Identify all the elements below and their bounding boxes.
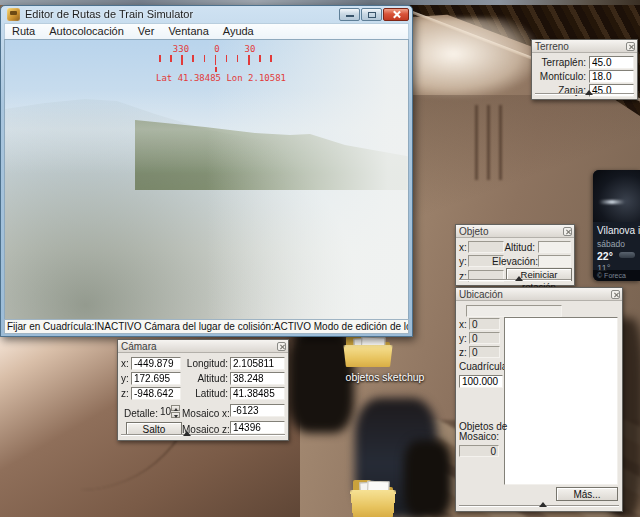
camara-title-text: Cámara (121, 341, 157, 352)
latitud-field[interactable] (230, 387, 285, 400)
cuadricula-field[interactable] (459, 375, 503, 388)
mosaico-label: Mosaico: (459, 431, 499, 442)
weather-gadget[interactable]: Vilanova i sábado 22° 11° © Foreca (593, 170, 640, 281)
panel-close-icon[interactable] (611, 290, 620, 299)
objeto-panel: Objeto x: y: z: Altitud: Elevación: Rein… (455, 224, 575, 286)
editor-window: Editor de Rutas de Train Simulator Ruta … (0, 5, 413, 337)
panel-resize-handle[interactable] (121, 434, 285, 439)
3d-viewport[interactable]: 330 0 30 Lat 41.38485 Lon 2.10581 (4, 39, 409, 320)
maximize-icon (368, 12, 376, 18)
gadget-day: sábado (597, 239, 625, 249)
latitud-label: Latitud: (182, 388, 228, 399)
camara-y-field[interactable] (131, 372, 181, 385)
close-button[interactable] (383, 8, 409, 21)
longitud-label: Longitud: (182, 358, 228, 369)
panel-resize-handle[interactable] (459, 279, 571, 284)
folder-icon-objetos-sketchup[interactable] (346, 336, 390, 367)
ubicacion-name-field[interactable] (466, 305, 562, 317)
mosaico-objects-listbox[interactable] (504, 317, 618, 485)
compass-label-330: 330 (173, 44, 189, 54)
menu-ruta[interactable]: Ruta (5, 24, 42, 39)
caption-buttons (339, 8, 409, 21)
titlebar[interactable]: Editor de Rutas de Train Simulator (1, 6, 412, 23)
panel-resize-handle[interactable] (459, 505, 619, 510)
monticulo-label: Montículo: (534, 71, 586, 82)
terraplen-field[interactable] (589, 56, 634, 69)
person-shoe (404, 440, 452, 517)
latlon-readout: Lat 41.38485 Lon 2.10581 (156, 73, 286, 83)
mosaico-x-field[interactable] (230, 404, 285, 417)
resize-triangle-icon (515, 276, 523, 281)
elevacion-label: Elevación: (492, 256, 535, 267)
panel-close-icon[interactable] (626, 42, 635, 51)
minimize-button[interactable] (339, 8, 360, 21)
longitud-field[interactable] (230, 357, 285, 370)
objeto-y-label: y: (459, 256, 467, 267)
elevacion-field[interactable] (538, 255, 571, 267)
panel-close-icon[interactable] (563, 227, 572, 236)
objetos-count-field: 0 (459, 445, 499, 457)
camara-x-label: x: (121, 358, 129, 369)
detalle-label: Detalle: (124, 408, 158, 419)
gadget-city: Vilanova i (597, 225, 640, 236)
objeto-title-text: Objeto (459, 226, 488, 237)
panel-resize-handle[interactable] (535, 93, 634, 98)
terraplen-label: Terraplén: (534, 57, 586, 68)
camara-z-field[interactable] (131, 387, 181, 400)
detalle-spinner[interactable] (171, 405, 180, 418)
compass-ticks (159, 55, 272, 65)
resize-triangle-icon (585, 90, 593, 95)
altitud-field[interactable] (538, 241, 571, 253)
camara-panel: Cámara x: y: z: Longitud: Altitud: Latit… (117, 339, 289, 441)
weather-cloud-icon (619, 252, 635, 258)
camara-panel-title[interactable]: Cámara (118, 340, 288, 353)
ubicacion-z-field[interactable]: 0 (469, 346, 500, 358)
menu-autocolocacion[interactable]: Autocolocación (42, 24, 131, 39)
detalle-value: 10 (160, 406, 171, 417)
terreno-panel: Terreno Terraplén: Montículo: Zanja: (531, 39, 638, 100)
camara-y-label: y: (121, 373, 129, 384)
ubicacion-x-label: x: (459, 319, 467, 330)
menubar: Ruta Autocolocación Ver Ventana Ayuda (4, 23, 409, 39)
ubicacion-y-label: y: (459, 333, 467, 344)
maximize-button[interactable] (361, 8, 382, 21)
window-title: Editor de Rutas de Train Simulator (25, 8, 193, 20)
folder-label[interactable]: objetos sketchup (330, 371, 440, 383)
train-highlight (408, 18, 538, 98)
camara-z-label: z: (121, 388, 129, 399)
mosaico-z-field[interactable] (230, 421, 285, 434)
altitud-label: Altitud: (499, 242, 535, 253)
menu-ventana[interactable]: Ventana (161, 24, 215, 39)
camara-altitud-field[interactable] (230, 372, 285, 385)
ubicacion-panel-title[interactable]: Ubicación (456, 288, 622, 301)
folder-icon-bottom[interactable] (353, 480, 393, 517)
ubicacion-y-field[interactable]: 0 (469, 332, 500, 344)
mosaico-x-label: Mosaico x: (182, 408, 228, 419)
objeto-panel-title[interactable]: Objeto (456, 225, 574, 238)
status-bar: Fijar en Cuadrícula:INACTIVO Cámara del … (4, 319, 409, 334)
menu-ver[interactable]: Ver (131, 24, 162, 39)
terreno-panel-title[interactable]: Terreno (532, 40, 637, 53)
ubicacion-x-field[interactable]: 0 (469, 318, 500, 330)
desktop: Vilanova i sábado 22° 11° © Foreca objet… (0, 0, 640, 517)
spinner-up-icon[interactable] (171, 405, 180, 411)
mas-button[interactable]: Más... (556, 487, 618, 501)
folder-front (350, 490, 396, 517)
ubicacion-title-text: Ubicación (459, 289, 503, 300)
gadget-credit: © Foreca (593, 270, 640, 281)
spinner-down-icon[interactable] (171, 412, 180, 418)
compass-label-30: 30 (245, 44, 256, 54)
close-icon (393, 11, 400, 18)
camara-x-field[interactable] (131, 357, 181, 370)
panel-close-icon[interactable] (277, 342, 286, 351)
cuadricula-label: Cuadrícula: (459, 361, 510, 372)
ubicacion-z-label: z: (459, 347, 467, 358)
ubicacion-panel: Ubicación x: 0 y: 0 z: 0 Cuadrícula: Obj… (455, 287, 623, 512)
monticulo-field[interactable] (589, 70, 634, 83)
terreno-title-text: Terreno (535, 41, 569, 52)
train-door-streaks (475, 105, 509, 180)
resize-triangle-icon (539, 502, 547, 507)
objeto-x-label: x: (459, 242, 467, 253)
folder-front (343, 345, 392, 367)
menu-ayuda[interactable]: Ayuda (216, 24, 261, 39)
